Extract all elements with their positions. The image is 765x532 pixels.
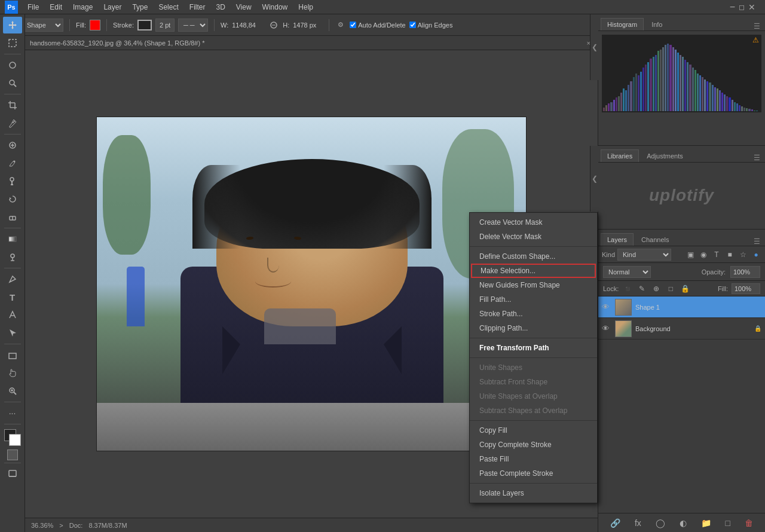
lock-transparency-icon[interactable]: ◾: [622, 283, 633, 294]
ctx-fill-path[interactable]: Fill Path...: [470, 292, 597, 307]
menu-view[interactable]: View: [231, 2, 256, 13]
link-dimensions-icon[interactable]: [268, 20, 279, 30]
text-tool-btn[interactable]: T: [3, 289, 22, 305]
gradient-tool-btn[interactable]: [3, 231, 22, 247]
lock-position-icon[interactable]: ⊕: [651, 283, 662, 294]
heal-tool-btn[interactable]: [3, 137, 22, 154]
brush-tool-btn[interactable]: [3, 155, 22, 172]
ctx-create-vector-mask[interactable]: Create Vector Mask: [470, 215, 597, 230]
menu-3d[interactable]: 3D: [211, 2, 230, 13]
quick-mask-btn[interactable]: [7, 450, 18, 460]
menu-layer[interactable]: Layer: [99, 2, 126, 13]
move-tool-btn[interactable]: [3, 17, 22, 33]
stroke-swatch[interactable]: [137, 20, 152, 30]
tab-libraries[interactable]: Libraries: [601, 149, 639, 162]
layer-visibility-background[interactable]: 👁: [602, 324, 611, 333]
pen-tool-btn[interactable]: [3, 271, 22, 288]
clone-stamp-tool-btn[interactable]: [3, 173, 22, 189]
menu-select[interactable]: Select: [154, 2, 183, 13]
link-layers-icon[interactable]: 🔗: [610, 518, 620, 528]
filter-pixel-icon[interactable]: ▣: [685, 249, 696, 260]
libraries-menu-icon[interactable]: ☰: [751, 154, 763, 162]
layer-item-background[interactable]: 👁 Background 🔒: [598, 318, 765, 340]
tab-layers[interactable]: Layers: [601, 233, 634, 246]
ctx-subtract-front-shape[interactable]: Subtract Front Shape: [470, 375, 597, 389]
filter-active-icon[interactable]: ●: [751, 249, 761, 260]
fill-input[interactable]: [732, 283, 760, 294]
quick-select-tool-btn[interactable]: [3, 75, 22, 91]
tab-channels[interactable]: Channels: [635, 233, 675, 246]
new-fill-adjustment-icon[interactable]: ◐: [680, 518, 687, 528]
hand-tool-btn[interactable]: [3, 365, 22, 381]
tool-mode-select[interactable]: Shape Path Pixels: [22, 19, 63, 32]
menu-type[interactable]: Type: [127, 2, 152, 13]
restore-button[interactable]: ◻: [739, 3, 745, 11]
ctx-paste-fill[interactable]: Paste Fill: [470, 452, 597, 466]
eraser-tool-btn[interactable]: [3, 209, 22, 225]
history-brush-tool-btn[interactable]: [3, 191, 22, 207]
tab-histogram[interactable]: Histogram: [601, 18, 644, 30]
fill-swatch[interactable]: [90, 20, 100, 30]
filter-type-icon[interactable]: T: [711, 249, 722, 260]
delete-layer-icon[interactable]: 🗑: [745, 518, 753, 528]
new-group-icon[interactable]: 📁: [701, 518, 711, 528]
histogram-menu-icon[interactable]: ☰: [751, 22, 763, 30]
extras-tool-btn[interactable]: ···: [3, 405, 22, 421]
lock-artboard-icon[interactable]: □: [665, 283, 676, 294]
tab-info[interactable]: Info: [645, 18, 669, 30]
align-edges-checkbox[interactable]: [409, 22, 416, 28]
shape-tool-btn[interactable]: [3, 347, 22, 363]
stroke-size-input[interactable]: [155, 19, 175, 32]
ctx-define-custom-shape[interactable]: Define Custom Shape...: [470, 249, 597, 264]
new-layer-icon[interactable]: □: [726, 518, 730, 528]
crop-tool-btn[interactable]: [3, 97, 22, 114]
marquee-tool-btn[interactable]: [3, 35, 22, 51]
auto-add-delete-checkbox[interactable]: [350, 22, 356, 28]
ctx-isolate-layers[interactable]: Isolate Layers: [470, 486, 597, 500]
photo-canvas[interactable]: [96, 117, 527, 451]
add-style-icon[interactable]: fx: [635, 518, 641, 528]
filter-kind-select[interactable]: Kind: [617, 249, 671, 261]
ctx-paste-complete-stroke[interactable]: Paste Complete Stroke: [470, 466, 597, 481]
minimize-button[interactable]: −: [730, 2, 735, 13]
ctx-copy-fill[interactable]: Copy Fill: [470, 423, 597, 438]
tab-adjustments[interactable]: Adjustments: [640, 149, 690, 162]
ctx-delete-vector-mask[interactable]: Delete Vector Mask: [470, 230, 597, 244]
filter-adjustment-icon[interactable]: ◉: [698, 249, 709, 260]
close-button[interactable]: ✕: [748, 2, 755, 12]
collapse-histogram-btn[interactable]: ❮: [590, 14, 598, 80]
menu-filter[interactable]: Filter: [185, 2, 210, 13]
lasso-tool-btn[interactable]: [3, 57, 22, 74]
ctx-unite-shapes[interactable]: Unite Shapes: [470, 360, 597, 375]
menu-edit[interactable]: Edit: [45, 2, 67, 13]
menu-window[interactable]: Window: [258, 2, 293, 13]
ctx-stroke-path[interactable]: Stroke Path...: [470, 307, 597, 321]
filter-shape-icon[interactable]: ■: [724, 249, 735, 260]
add-mask-icon[interactable]: ◯: [656, 518, 665, 528]
lock-pixels-icon[interactable]: ✎: [637, 283, 647, 294]
filter-smart-icon[interactable]: ☆: [738, 249, 748, 260]
blend-mode-select[interactable]: Normal: [603, 266, 651, 278]
layer-item-shape1[interactable]: 👁 Shape 1: [598, 296, 765, 318]
ctx-unite-shapes-at-overlap[interactable]: Unite Shapes at Overlap: [470, 389, 597, 403]
menu-help[interactable]: Help: [293, 2, 318, 13]
zoom-tool-btn[interactable]: [3, 383, 22, 399]
opacity-input[interactable]: [730, 266, 760, 278]
eyedropper-tool-btn[interactable]: [3, 115, 22, 132]
foreground-color-swatch[interactable]: [9, 434, 21, 446]
path-ops-icon[interactable]: ⚙: [335, 20, 346, 30]
layers-menu-icon[interactable]: ☰: [751, 237, 763, 246]
ctx-subtract-shapes-at-overlap[interactable]: Subtract Shapes at Overlap: [470, 403, 597, 418]
menu-file[interactable]: File: [23, 2, 44, 13]
collapse-libraries-btn[interactable]: ❮: [590, 146, 598, 212]
ctx-make-selection[interactable]: Make Selection...: [471, 264, 596, 278]
ctx-new-guides-from-shape[interactable]: New Guides From Shape: [470, 278, 597, 292]
dodge-tool-btn[interactable]: [3, 249, 22, 265]
ctx-clipping-path[interactable]: Clipping Path...: [470, 321, 597, 335]
menu-image[interactable]: Image: [68, 2, 97, 13]
path-selection-tool-btn[interactable]: [3, 307, 22, 323]
stroke-style-select[interactable]: ─ ─ ─ ——: [178, 19, 208, 32]
direct-selection-tool-btn[interactable]: [3, 325, 22, 341]
screen-mode-btn[interactable]: [3, 466, 22, 482]
lock-all-icon[interactable]: 🔒: [680, 283, 690, 294]
